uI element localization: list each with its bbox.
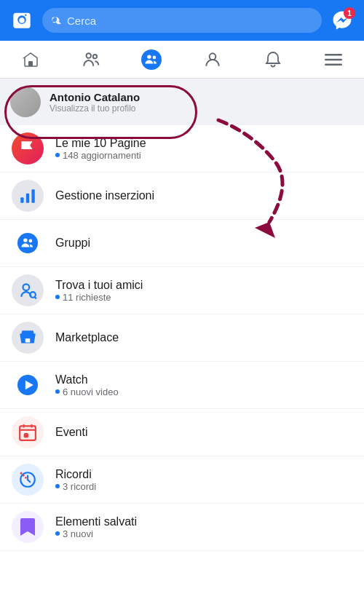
menu-item-events-title: Eventi — [55, 426, 87, 439]
menu-item-pages-text: Le mie 10 Pagine148 aggiornamenti — [55, 137, 146, 161]
menu-item-pages-title: Le mie 10 Pagine — [55, 137, 146, 150]
svg-point-13 — [17, 233, 38, 253]
menu-item-ads-title: Gestione inserzioni — [55, 189, 154, 202]
menu-item-memories-text: Ricordi3 ricordi — [55, 468, 96, 492]
svg-rect-10 — [20, 197, 23, 203]
svg-point-1 — [86, 53, 91, 58]
search-person-icon — [12, 274, 44, 306]
nav-friends[interactable] — [75, 44, 107, 76]
flag-icon — [12, 132, 44, 164]
menu-item-saved-subtitle: 3 nuovi — [55, 528, 137, 539]
menu-item-watch-subtitle: 6 nuovi video — [55, 386, 119, 397]
profile-subtitle: Visualizza il tuo profilo — [50, 103, 140, 114]
menu-item-marketplace-text: Marketplace — [55, 331, 119, 344]
menu-item-ads[interactable]: Gestione inserzioni — [0, 172, 364, 220]
svg-point-5 — [153, 55, 157, 59]
app-header: Cerca 1 — [0, 0, 364, 41]
menu-item-saved-text: Elementi salvati3 nuovi — [55, 515, 137, 539]
menu-item-groups-title: Gruppi — [55, 237, 90, 250]
svg-rect-26 — [25, 434, 28, 437]
svg-rect-19 — [25, 338, 31, 342]
menu-item-memories-title: Ricordi — [55, 468, 96, 481]
store-icon — [12, 322, 44, 354]
svg-rect-9 — [325, 63, 342, 66]
nav-groups[interactable] — [135, 44, 167, 76]
svg-rect-11 — [26, 194, 29, 203]
menu-item-groups[interactable]: Gruppi — [0, 220, 364, 267]
menu-item-events-text: Eventi — [55, 426, 87, 439]
groups-icon — [12, 227, 44, 259]
profile-info: Antonio Catalano Visualizza il tuo profi… — [50, 91, 140, 114]
bar-chart-icon — [12, 180, 44, 212]
search-bar[interactable]: Cerca — [42, 8, 322, 33]
avatar — [10, 87, 41, 117]
menu-item-groups-text: Gruppi — [55, 237, 90, 250]
menu-item-events[interactable]: Eventi — [0, 409, 364, 456]
menu-item-marketplace[interactable]: Marketplace — [0, 314, 364, 362]
search-placeholder-text: Cerca — [67, 15, 96, 27]
menu-item-friends-title: Trova i tuoi amici — [55, 279, 143, 292]
svg-point-6 — [209, 53, 215, 60]
calendar-icon — [12, 416, 44, 448]
svg-point-15 — [29, 239, 33, 243]
navigation-bar — [0, 41, 364, 79]
bookmark-icon — [12, 511, 44, 543]
notification-dot — [55, 389, 60, 394]
svg-point-2 — [93, 54, 97, 57]
svg-rect-7 — [325, 54, 342, 56]
nav-notifications[interactable] — [257, 44, 289, 76]
camera-icon[interactable] — [9, 7, 35, 33]
menu-item-marketplace-title: Marketplace — [55, 331, 119, 344]
notification-dot — [55, 153, 60, 157]
menu-item-friends-text: Trova i tuoi amici11 richieste — [55, 279, 143, 303]
menu-item-pages[interactable]: Le mie 10 Pagine148 aggiornamenti — [0, 125, 364, 172]
svg-rect-0 — [28, 61, 33, 66]
svg-rect-12 — [31, 189, 34, 202]
notification-dot — [55, 295, 60, 299]
menu-item-friends-subtitle: 11 richieste — [55, 292, 143, 303]
menu-item-memories-subtitle: 3 ricordi — [55, 481, 96, 492]
menu-item-watch[interactable]: Watch6 nuovi video — [0, 362, 364, 409]
menu-item-saved[interactable]: Elementi salvati3 nuovi — [0, 504, 364, 551]
svg-point-3 — [141, 49, 162, 70]
profile-name: Antonio Catalano — [50, 91, 140, 103]
menu-item-pages-subtitle: 148 aggiornamenti — [55, 150, 146, 161]
svg-rect-22 — [20, 426, 36, 440]
nav-profile[interactable] — [197, 44, 229, 76]
svg-point-4 — [147, 55, 151, 58]
clock-icon — [12, 464, 44, 496]
notification-dot — [55, 531, 60, 536]
menu-item-friends[interactable]: Trova i tuoi amici11 richieste — [0, 267, 364, 314]
profile-row[interactable]: Antonio Catalano Visualizza il tuo profi… — [0, 79, 364, 125]
play-icon — [12, 369, 44, 401]
menu-item-ads-text: Gestione inserzioni — [55, 189, 154, 202]
svg-point-16 — [23, 284, 30, 290]
nav-menu[interactable] — [317, 44, 349, 76]
messenger-button[interactable]: 1 — [329, 7, 355, 33]
svg-line-18 — [35, 297, 36, 298]
nav-home[interactable] — [15, 44, 47, 76]
menu-list: Le mie 10 Pagine148 aggiornamenti Gestio… — [0, 125, 364, 551]
menu-item-saved-title: Elementi salvati — [55, 515, 137, 528]
svg-point-14 — [23, 238, 27, 242]
menu-item-watch-title: Watch — [55, 373, 119, 386]
menu-item-memories[interactable]: Ricordi3 ricordi — [0, 456, 364, 504]
notification-dot — [55, 484, 60, 488]
menu-item-watch-text: Watch6 nuovi video — [55, 373, 119, 397]
svg-rect-8 — [325, 58, 342, 60]
messenger-badge: 1 — [344, 7, 355, 19]
